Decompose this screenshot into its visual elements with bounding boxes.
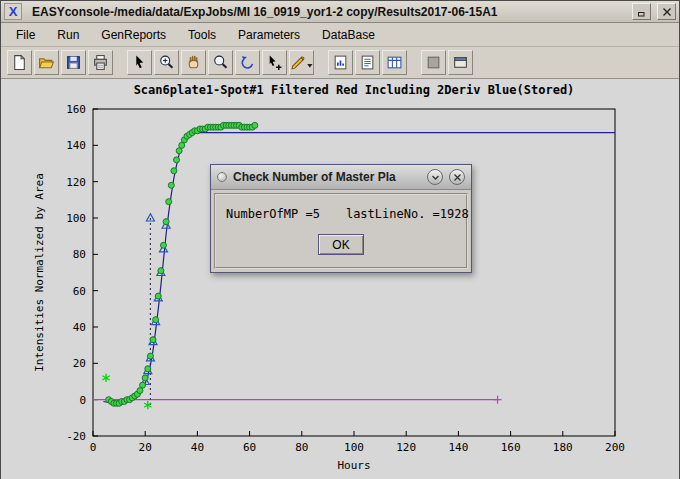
close-icon: [662, 7, 672, 17]
select-cursor-icon: [131, 54, 148, 71]
x-tick-label: 140: [448, 441, 468, 454]
document-button[interactable]: [355, 50, 380, 75]
rotate-icon: [239, 54, 256, 71]
dialog-close-button[interactable]: [449, 169, 465, 185]
x-tick-label: 60: [243, 441, 256, 454]
minimize-button[interactable]: [632, 3, 651, 20]
y-axis-label: Intensities Normalized by Area: [33, 173, 46, 372]
toolbar-group: [328, 50, 407, 75]
toolbar-group: [421, 50, 473, 75]
pan-hand-button[interactable]: [181, 50, 206, 75]
print-icon: [92, 54, 109, 71]
y-tick-label: 40: [73, 321, 86, 334]
rotate-button[interactable]: [235, 50, 260, 75]
x-axis-ticks: 020406080100120140160180200: [90, 431, 625, 454]
menu-file[interactable]: File: [5, 24, 46, 46]
new-file-icon: [11, 54, 28, 71]
menu-tools[interactable]: Tools: [177, 24, 227, 46]
y-tick-label: 120: [66, 176, 86, 189]
zoom-icon: [212, 54, 229, 71]
dialog-titlebar[interactable]: Check Number of Master Pla: [211, 165, 471, 190]
print-button[interactable]: [88, 50, 113, 75]
toolbar-group: [127, 50, 314, 75]
titlebar: X EASYconsole-/media/data/ExpJobs/MI 16_…: [1, 1, 679, 23]
toolbar: [1, 47, 679, 79]
pan-hand-icon: [185, 54, 202, 71]
x-tick-label: 120: [396, 441, 416, 454]
open-folder-icon: [38, 54, 55, 71]
x-axis-label: Hours: [337, 459, 370, 472]
series-baseline: [93, 396, 502, 404]
data-table-button[interactable]: [382, 50, 407, 75]
dialog-message: NumberOfMP =5 lastLineNo. =1928: [226, 207, 456, 221]
window-title: EASYconsole-/media/data/ExpJobs/MI 16_09…: [26, 5, 626, 19]
dialog-shade-button[interactable]: [427, 169, 443, 185]
dialog-knob-icon: [217, 172, 227, 182]
data-table-icon: [386, 54, 403, 71]
draw-pen-button[interactable]: [289, 50, 314, 75]
document-icon: [359, 54, 376, 71]
x-tick-label: 100: [344, 441, 364, 454]
window-layout-icon: [452, 54, 469, 71]
dialog-ok-button[interactable]: OK: [318, 234, 364, 255]
select-cursor-button[interactable]: [127, 50, 152, 75]
menu-run[interactable]: Run: [46, 24, 90, 46]
chart-title: Scan6plate1-Spot#1 Filtered Red Includin…: [134, 83, 575, 97]
zoom-in-icon: [158, 54, 175, 71]
chart-canvas: Scan6plate1-Spot#1 Filtered Red Includin…: [1, 79, 679, 478]
x-tick-label: 200: [605, 441, 625, 454]
dialog-title: Check Number of Master Pla: [233, 170, 421, 184]
dialog-message-lastlineno: lastLineNo. =1928: [346, 207, 469, 221]
menubar: FileRunGenReportsToolsParametersDataBase: [1, 23, 679, 47]
x-tick-label: 40: [191, 441, 204, 454]
chevron-down-icon: [431, 173, 440, 182]
dialog-check-number-of-master-plates: Check Number of Master Pla NumberOfMP =5…: [210, 164, 472, 273]
x-tick-label: 0: [90, 441, 97, 454]
y-tick-label: 0: [79, 394, 86, 407]
zoom-button[interactable]: [208, 50, 233, 75]
x-tick-label: 180: [553, 441, 573, 454]
y-tick-label: 20: [73, 357, 86, 370]
y-tick-label: -20: [66, 430, 86, 443]
x-tick-label: 20: [139, 441, 152, 454]
draw-pen-icon: [290, 54, 313, 71]
menu-database[interactable]: DataBase: [311, 24, 386, 46]
report-icon: [332, 54, 349, 71]
dialog-message-numberofmp: NumberOfMP =5: [226, 207, 320, 221]
save-button[interactable]: [61, 50, 86, 75]
close-icon: [453, 173, 462, 182]
y-tick-label: 160: [66, 103, 86, 116]
toolbar-group: [7, 50, 113, 75]
minimize-icon: [637, 7, 647, 17]
y-tick-label: 100: [66, 212, 86, 225]
save-icon: [65, 54, 82, 71]
dialog-body: NumberOfMP =5 lastLineNo. =1928 OK: [214, 193, 468, 269]
close-button[interactable]: [657, 3, 676, 20]
add-cursor-icon: [266, 54, 283, 71]
stop-button[interactable]: [421, 50, 446, 75]
app-window: X EASYconsole-/media/data/ExpJobs/MI 16_…: [0, 0, 680, 479]
menu-parameters[interactable]: Parameters: [227, 24, 311, 46]
x-tick-label: 160: [501, 441, 521, 454]
stop-icon: [425, 54, 442, 71]
window-layout-button[interactable]: [448, 50, 473, 75]
add-cursor-button[interactable]: [262, 50, 287, 75]
y-tick-label: 60: [73, 285, 86, 298]
y-tick-label: 140: [66, 139, 86, 152]
app-window-menu-icon[interactable]: X: [4, 3, 22, 20]
open-folder-button[interactable]: [34, 50, 59, 75]
y-tick-label: 80: [73, 248, 86, 261]
zoom-in-button[interactable]: [154, 50, 179, 75]
x-tick-label: 80: [295, 441, 308, 454]
menu-genreports[interactable]: GenReports: [90, 24, 177, 46]
new-file-button[interactable]: [7, 50, 32, 75]
chart-area: Scan6plate1-Spot#1 Filtered Red Includin…: [1, 79, 679, 479]
report-button[interactable]: [328, 50, 353, 75]
